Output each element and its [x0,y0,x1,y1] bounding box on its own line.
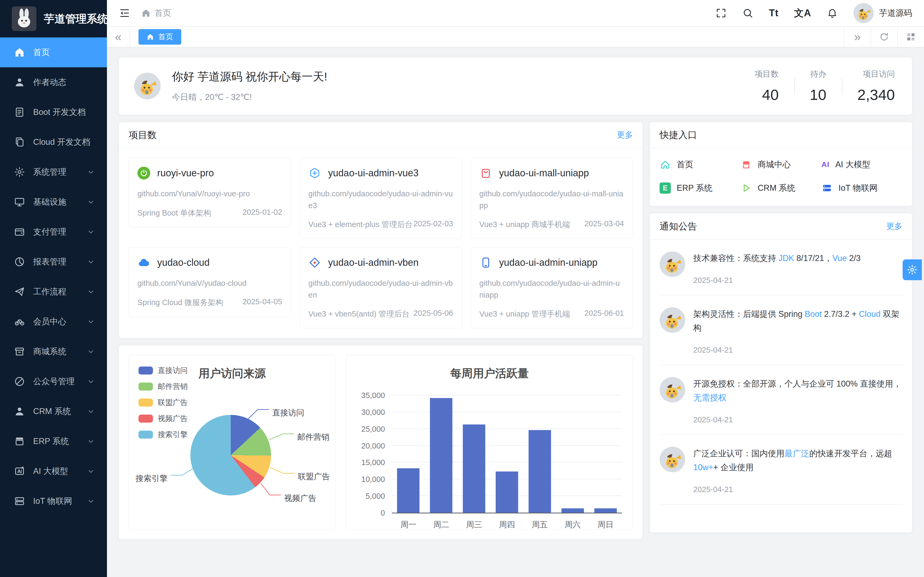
pikachu-avatar-icon [853,3,874,23]
home-outline-icon [659,159,671,170]
notice-text: 架构灵活性：后端提供 Spring Boot 2.7/3.2 + Cloud 双… [693,307,902,335]
projects-card-header: 项目数 更多 [119,122,643,148]
shortcut-ERP 系统[interactable]: EERP 系统 [659,182,741,193]
tab-home[interactable]: 首页 [139,29,181,45]
shortcut-AI 大模型[interactable]: AIAI 大模型 [821,159,902,170]
notice-item-3[interactable]: 广泛企业认可：国内使用最广泛的快速开发平台，远超 10w++ 企业使用2025-… [659,435,902,504]
sidebar-item-cloud-docs[interactable]: Cloud 开发文档 [0,127,107,157]
project-card-yudao-cloud[interactable]: yudao-cloudgithub.com/YunaiV/yudao-cloud… [129,247,291,317]
sidebar-item-mp[interactable]: 公众号管理 [0,366,107,396]
chevron-down-icon [87,437,95,446]
notice-link[interactable]: Boot [805,309,822,319]
font-size-icon[interactable]: Tt [769,7,779,19]
bar-slot [458,395,491,513]
sidebar-item-mall[interactable]: 商城系统 [0,337,107,366]
bar-周四[interactable] [496,472,518,513]
project-date: 2025-02-03 [414,219,453,230]
bar-周五[interactable] [528,430,551,513]
search-icon[interactable] [742,7,753,19]
shortcut-首页[interactable]: 首页 [659,159,741,170]
pie-slice-label: 直接访问 [272,408,304,417]
sidebar-item-ai[interactable]: AI 大模型 [0,456,107,486]
sidebar-item-iot[interactable]: IoT 物联网 [0,486,107,516]
project-card-yudao-ui-admin-uniapp[interactable]: yudao-ui-admin-uniappgithub.com/yudaocod… [470,247,633,328]
tabs-scroll-left-icon[interactable]: « [107,27,130,47]
sidebar-item-home[interactable]: 首页 [0,37,107,67]
x-axis-label: 周日 [589,519,622,530]
sidebar-item-boot-docs[interactable]: Boot 开发文档 [0,97,107,127]
project-repo-link[interactable]: github.com/yudaocode/yudao-ui-admin-vben [308,277,453,301]
sidebar-item-infrastructure[interactable]: 基础设施 [0,187,107,217]
notice-item-2[interactable]: 开源免授权：全部开源，个人与企业可 100% 直接使用，无需授权2025-04-… [659,365,902,435]
notice-item-0[interactable]: 技术兼容性：系统支持 JDK 8/17/21，Vue 2/32025-04-21 [659,240,902,295]
notice-link[interactable]: JDK [779,253,794,263]
pie-labels-overlay: 直接访问邮件营销联盟广告视频广告搜索引擎 [129,355,335,529]
content: 你好 芋道源码 祝你开心每一天! 今日晴，20℃ - 32℃! 项目数40待办1… [107,48,924,577]
bell-icon[interactable] [827,7,838,19]
bar-周一[interactable] [397,468,420,513]
project-card-ruoyi-vue-pro[interactable]: ruoyi-vue-progithub.com/YunaiV/ruoyi-vue… [129,158,291,227]
bar-周日[interactable] [594,508,617,513]
shortcut-IoT 物联网[interactable]: IoT 物联网 [821,182,902,193]
shortcut-商城中心[interactable]: 商城中心 [741,159,822,170]
shortcut-label: AI 大模型 [835,159,870,170]
welcome-greeting: 你好 芋道源码 祝你开心每一天! [172,69,327,84]
shortcut-CRM 系统[interactable]: CRM 系统 [741,182,822,193]
project-name: yudao-ui-mall-uniapp [499,168,589,179]
sidebar-item-system[interactable]: 系统管理 [0,157,107,187]
sidebar-item-label: 商城系统 [33,346,66,357]
tabs-scroll-right-icon[interactable]: » [844,27,871,47]
sidebar-menu: 首页作者动态Boot 开发文档Cloud 开发文档系统管理基础设施支付管理报表管… [0,37,107,577]
tabbar-spacer [181,27,844,47]
notice-body: 开源免授权：全部开源，个人与企业可 100% 直接使用，无需授权2025-04-… [693,377,902,424]
sidebar-item-workflow[interactable]: 工作流程 [0,277,107,307]
project-repo-link[interactable]: github.com/yudaocode/yudao-ui-admin-unia… [480,277,624,301]
notice-link[interactable]: 无需授权 [693,393,727,402]
bar-周三[interactable] [463,424,485,513]
project-repo-link[interactable]: github.com/YunaiV/yudao-cloud [137,277,282,289]
project-meta: Vue3 + uniapp 商城手机端2025-03-04 [480,219,624,230]
project-card-yudao-ui-admin-vue3[interactable]: yudao-ui-admin-vue3github.com/yudaocode/… [299,158,462,239]
project-repo-link[interactable]: github.com/YunaiV/ruoyi-vue-pro [137,188,282,200]
shortcut-label: 商城中心 [758,159,791,170]
project-card-yudao-ui-admin-vben[interactable]: yudao-ui-admin-vbengithub.com/yudaocode/… [299,247,462,328]
phone-icon [480,256,492,269]
project-repo-link[interactable]: github.com/yudaocode/yudao-ui-mall-uniap… [480,188,624,211]
notice-link[interactable]: 10w+ [693,463,713,472]
project-name: yudao-ui-admin-uniapp [499,257,598,268]
sidebar-item-author-news[interactable]: 作者动态 [0,67,107,97]
y-axis-tick: 25,000 [361,424,385,433]
chevron-down-icon [87,227,95,236]
pie-slice-label: 联盟广告 [298,472,330,481]
welcome-card: 你好 芋道源码 祝你开心每一天! 今日晴，20℃ - 32℃! 项目数40待办1… [119,57,912,115]
sidebar-item-crm[interactable]: CRM 系统 [0,396,107,426]
project-repo-link[interactable]: github.com/yudaocode/yudao-ui-admin-vue3 [308,188,453,211]
projects-title: 项目数 [129,129,157,141]
app-root: 芋道管理系统 首页作者动态Boot 开发文档Cloud 开发文档系统管理基础设施… [0,0,924,577]
bar-周二[interactable] [430,398,452,513]
project-card-yudao-ui-mall-uniapp[interactable]: yudao-ui-mall-uniappgithub.com/yudaocode… [470,158,633,239]
y-axis-tick: 10,000 [361,475,385,484]
bar-chart-plot[interactable]: 05,00010,00015,00020,00025,00030,00035,0… [392,395,622,513]
projects-more-link[interactable]: 更多 [617,130,633,140]
app-title: 芋道管理系统 [44,11,108,26]
sidebar-item-report[interactable]: 报表管理 [0,247,107,277]
user-menu[interactable]: 芋道源码 [853,3,912,23]
collapse-sidebar-icon[interactable] [119,7,131,19]
shortcuts-card-header: 快捷入口 [650,122,912,148]
sidebar-item-member[interactable]: 会员中心 [0,307,107,337]
notice-link[interactable]: 最广泛 [784,449,809,458]
refresh-tab-icon[interactable] [871,27,897,47]
bar-周六[interactable] [561,508,584,513]
bar-chart-title: 每周用户活跃量 [347,366,633,381]
fullscreen-icon[interactable] [716,7,727,19]
notice-item-1[interactable]: 架构灵活性：后端提供 Spring Boot 2.7/3.2 + Cloud 双… [659,295,902,365]
tab-actions-grid-icon[interactable] [897,27,924,47]
sidebar-item-payment[interactable]: 支付管理 [0,217,107,247]
sidebar-item-erp[interactable]: ERP 系统 [0,426,107,456]
notices-more-link[interactable]: 更多 [886,221,902,232]
language-icon[interactable]: 文A [794,7,811,19]
settings-fab-button[interactable] [903,259,922,280]
notice-link[interactable]: Cloud [859,309,880,319]
notice-link[interactable]: Vue [832,253,847,263]
